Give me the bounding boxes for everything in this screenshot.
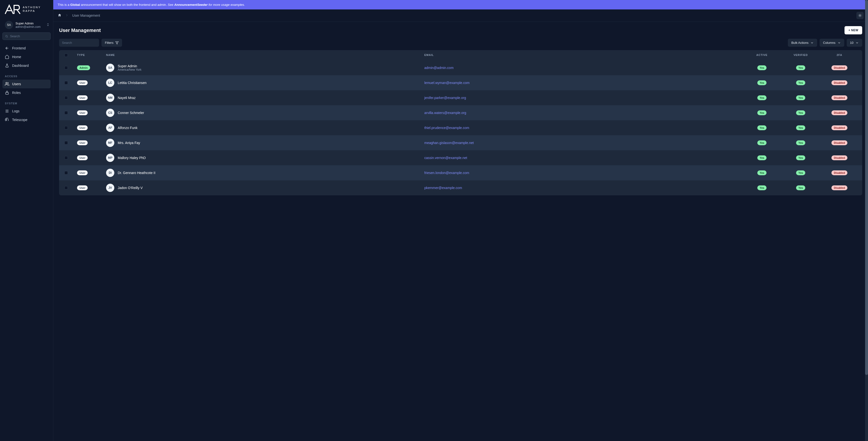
users-table: TYPE NAME EMAIL ACTIVE VERIFIED 2FA Admi… (59, 50, 862, 195)
arrow-left-icon (5, 46, 9, 50)
type-badge: User (77, 185, 88, 190)
table-row[interactable]: User DI Dr. Gennaro Heathcote II friesen… (59, 165, 862, 180)
page-title: User Management (59, 28, 101, 33)
table-row[interactable]: User AF Alfonzo Funk thiel.prudence@exam… (59, 120, 862, 135)
table-row[interactable]: Admin SA Super Admin America/New York ad… (59, 60, 862, 75)
table-row[interactable]: User MP Mallory Haley PhD cassin.vernon@… (59, 150, 862, 165)
current-user-name: Super Admin (16, 22, 41, 25)
chevron-down-icon (837, 41, 841, 44)
sidebar: ANTHONY RAPPA SA Super Admin admin@admin… (0, 0, 53, 441)
col-2fa[interactable]: 2FA (820, 54, 859, 57)
breadcrumb-home[interactable] (58, 13, 62, 18)
row-email[interactable]: jenifer.parker@example.org (424, 96, 466, 100)
theme-toggle-button[interactable] (857, 12, 864, 19)
columns-button[interactable]: Columns (819, 39, 844, 47)
row-name: Alfonzo Funk (118, 126, 137, 130)
sidebar-search[interactable] (2, 32, 51, 40)
sidebar-item-roles[interactable]: Roles (2, 88, 51, 97)
row-checkbox[interactable] (64, 81, 68, 84)
verified-badge: Yes (796, 80, 806, 85)
verified-badge: Yes (796, 185, 806, 190)
row-checkbox[interactable] (64, 171, 68, 174)
row-email[interactable]: cassin.vernon@example.net (424, 156, 467, 160)
sidebar-item-home[interactable]: Home (2, 53, 51, 61)
row-checkbox[interactable] (64, 156, 68, 160)
avatar: MF (106, 139, 114, 147)
select-all-checkbox[interactable] (64, 54, 68, 57)
row-checkbox[interactable] (64, 111, 68, 114)
verified-badge: Yes (796, 125, 806, 130)
sidebar-search-input[interactable] (10, 34, 48, 38)
table-header: TYPE NAME EMAIL ACTIVE VERIFIED 2FA (59, 50, 862, 60)
row-name: Dr. Gennaro Heathcote II (118, 171, 155, 175)
avatar: AF (106, 124, 114, 132)
active-badge: Yes (757, 110, 767, 115)
announcement-banner: This is a Global announcement that will … (53, 0, 868, 9)
sidebar-item-dashboard[interactable]: Dashboard (2, 61, 51, 70)
chevron-right-icon (65, 13, 69, 18)
sidebar-item-users[interactable]: Users (2, 80, 51, 88)
row-checkbox[interactable] (64, 96, 68, 100)
2fa-badge: Disabled (831, 80, 847, 85)
nav-heading-system: SYSTEM (2, 97, 51, 107)
sidebar-item-label: Home (12, 55, 21, 59)
type-badge: User (77, 140, 88, 145)
avatar: DI (106, 169, 114, 177)
scrollbar-thumb[interactable] (865, 0, 868, 375)
sidebar-item-label: Dashboard (12, 64, 29, 68)
type-badge: Admin (77, 65, 90, 70)
brand-logo[interactable]: ANTHONY RAPPA (0, 0, 53, 19)
breadcrumb-current: User Management (72, 13, 100, 18)
verified-badge: Yes (796, 110, 806, 115)
row-name: Conner Schmeler (118, 111, 144, 115)
active-badge: Yes (757, 185, 767, 190)
current-user-card[interactable]: SA Super Admin admin@admin.com (0, 19, 53, 32)
table-row[interactable]: User NM Nayeli Mraz jenifer.parker@examp… (59, 90, 862, 105)
active-badge: Yes (757, 95, 767, 100)
table-row[interactable]: User MF Mrs. Aniya Fay meaghan.gislason@… (59, 135, 862, 150)
sidebar-item-label: Roles (12, 91, 21, 95)
scrollbar[interactable] (865, 0, 868, 441)
row-checkbox[interactable] (64, 126, 68, 130)
table-row[interactable]: User CS Conner Schmeler arvilla.waters@e… (59, 105, 862, 120)
sidebar-item-telescope[interactable]: Telescope (2, 115, 51, 124)
page-size-button[interactable]: 10 (847, 39, 862, 47)
sidebar-item-label: Frontend (12, 46, 26, 50)
avatar: SA (106, 64, 114, 72)
table-row[interactable]: User JV Jadon O'Reilly V pkemmer@example… (59, 180, 862, 195)
row-email[interactable]: friesen.london@example.com (424, 171, 469, 175)
filters-button[interactable]: Filters (101, 39, 122, 47)
row-checkbox[interactable] (64, 66, 68, 69)
row-checkbox[interactable] (64, 141, 68, 144)
row-email[interactable]: arvilla.waters@example.org (424, 111, 466, 115)
verified-badge: Yes (796, 95, 806, 100)
col-active[interactable]: ACTIVE (743, 54, 781, 57)
col-email[interactable]: EMAIL (424, 54, 743, 57)
active-badge: Yes (757, 125, 767, 130)
row-email[interactable]: pkemmer@example.com (424, 186, 462, 190)
sidebar-item-label: Logs (12, 109, 20, 113)
type-badge: User (77, 125, 88, 130)
sidebar-item-logs[interactable]: Logs (2, 107, 51, 115)
col-type[interactable]: TYPE (77, 54, 106, 57)
users-icon (5, 82, 9, 86)
row-email[interactable]: lemuel.wyman@example.com (424, 81, 470, 85)
svg-rect-2 (6, 93, 8, 94)
avatar: LC (106, 79, 114, 87)
bulk-actions-button[interactable]: Bulk Actions (788, 39, 817, 47)
new-button[interactable]: + NEW (844, 26, 862, 34)
col-verified[interactable]: VERIFIED (781, 54, 820, 57)
sidebar-item-frontend[interactable]: Frontend (2, 44, 51, 53)
lock-icon (5, 91, 9, 95)
row-checkbox[interactable] (64, 186, 68, 190)
table-search-input[interactable] (59, 39, 99, 47)
chevron-down-icon (810, 41, 814, 44)
col-name[interactable]: NAME (106, 54, 424, 57)
search-icon (5, 35, 8, 38)
row-email[interactable]: admin@admin.com (424, 66, 454, 70)
row-email[interactable]: meaghan.gislason@example.net (424, 141, 474, 145)
row-email[interactable]: thiel.prudence@example.com (424, 126, 469, 130)
table-row[interactable]: User LC Letitia Christiansen lemuel.wyma… (59, 75, 862, 90)
home-icon (58, 13, 62, 17)
active-badge: Yes (757, 65, 767, 70)
